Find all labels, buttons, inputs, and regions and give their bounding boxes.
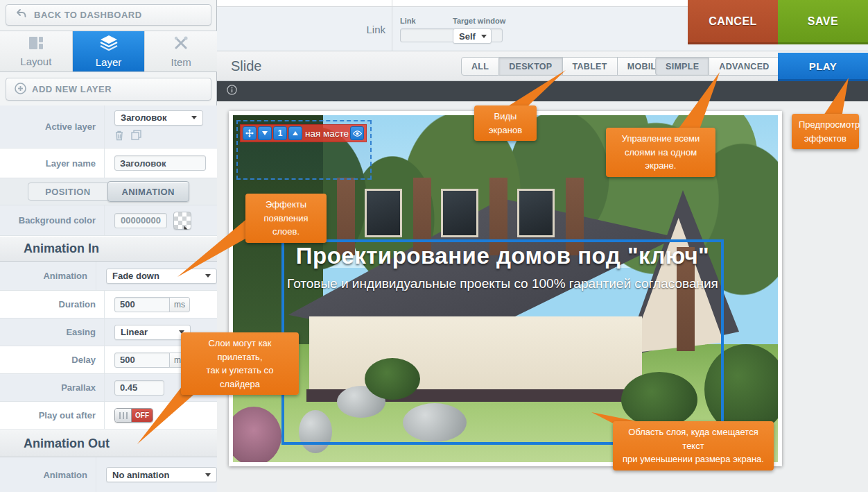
duration-label: Duration — [0, 299, 104, 309]
animation-in-header: Animation In — [0, 236, 217, 262]
layer-name-label: Layer name — [0, 158, 104, 169]
mode-advanced-button[interactable]: ADVANCED — [709, 57, 779, 76]
layer-toolbar: 1 ная мастерска — [240, 124, 367, 142]
active-layer-select[interactable]: Заголовок — [114, 110, 203, 126]
layer-order-badge: 1 — [273, 126, 287, 140]
background-color-label: Background color — [0, 215, 104, 226]
slide-section-title: Slide — [231, 51, 261, 81]
animation-out-row: Animation No animation — [0, 457, 217, 492]
move-layer-handle[interactable] — [243, 126, 257, 140]
tab-layer-label: Layer — [96, 56, 122, 68]
active-layer-value: Заголовок — [121, 112, 167, 123]
background-color-input[interactable] — [114, 213, 167, 228]
device-desktop-button[interactable]: DESKTOP — [499, 57, 562, 76]
delay-label: Delay — [0, 355, 104, 365]
active-layer-label: Active layer — [0, 121, 104, 132]
settings-sidebar: BACK TO DASHBOARD Layout Layer Item — [0, 0, 217, 492]
add-new-layer-label: ADD NEW LAYER — [32, 84, 112, 94]
add-new-layer-button[interactable]: ADD NEW LAYER — [6, 78, 211, 101]
info-icon[interactable] — [227, 85, 237, 98]
tools-icon — [173, 35, 189, 53]
layer-title-text: ная мастерска — [305, 128, 349, 139]
back-to-dashboard-button[interactable]: BACK TO DASHBOARD — [6, 4, 211, 26]
play-out-after-toggle[interactable]: OFF — [114, 408, 153, 423]
mode-switcher: SIMPLE ADVANCED — [655, 57, 780, 76]
color-picker-swatch[interactable] — [173, 212, 191, 230]
tooltip-layer-area: Область слоя, куда смещается текст при у… — [613, 421, 774, 470]
duration-input[interactable] — [114, 297, 170, 312]
tooltip-screen-types: Виды экранов — [474, 105, 537, 141]
swatch-corner-icon — [184, 222, 188, 229]
layer-name-input[interactable] — [114, 155, 206, 171]
easing-label: Easing — [0, 327, 104, 337]
canvas-toolbar — [217, 81, 868, 101]
tooltip-fly-in-out: Слои могут как прилетать, так и улетать … — [181, 332, 299, 395]
toggle-handle — [115, 409, 132, 422]
back-arrow-icon — [16, 9, 27, 21]
main-content: Link Link Target window Self CANCEL SAVE… — [217, 0, 868, 492]
target-window-value: Self — [459, 31, 476, 42]
layout-icon — [28, 36, 44, 52]
back-to-dashboard-label: BACK TO DASHBOARD — [34, 10, 142, 20]
animation-out-value: No animation — [112, 470, 169, 480]
layer-name-row: Layer name — [0, 149, 217, 178]
tooltip-entrance-effects: Эффекты появления слоев. — [245, 194, 327, 243]
animation-out-header: Animation Out — [0, 430, 217, 457]
plus-circle-icon — [15, 83, 26, 96]
target-window-label: Target window — [453, 17, 505, 25]
tab-item-label: Item — [171, 56, 191, 68]
duration-unit: ms — [169, 297, 190, 312]
background-color-row: Background color — [0, 205, 217, 236]
active-layer-row: Active layer Заголовок — [0, 105, 217, 149]
mode-simple-button[interactable]: SIMPLE — [655, 57, 709, 76]
cancel-button[interactable]: CANCEL — [688, 0, 778, 44]
animation-tab-button[interactable]: ANIMATION — [107, 181, 189, 202]
play-out-after-row: Play out after OFF — [0, 402, 217, 430]
delay-input[interactable] — [114, 353, 170, 368]
move-layer-up-button[interactable] — [288, 126, 302, 140]
animation-in-value: Fade down — [112, 271, 159, 281]
parallax-label: Parallax — [0, 382, 104, 393]
position-tab-button[interactable]: POSITION — [28, 183, 107, 201]
play-out-after-label: Play out after — [0, 410, 104, 421]
slide-toolbar: Slide ALL DESKTOP TABLET MOBILE SIMPLE A… — [217, 51, 868, 81]
animation-in-row: Animation Fade down — [0, 262, 217, 291]
animation-out-label: Animation — [0, 470, 96, 480]
selected-layer-box[interactable]: 1 ная мастерска — [236, 120, 372, 180]
sidebar-tabs: Layout Layer Item — [0, 31, 217, 72]
tab-item[interactable]: Item — [145, 31, 217, 71]
tab-layout-label: Layout — [20, 56, 51, 67]
position-animation-row: POSITION ANIMATION — [0, 178, 217, 205]
play-button[interactable]: PLAY — [778, 53, 868, 81]
duration-row: Duration ms — [0, 291, 217, 319]
chevron-down-icon — [191, 116, 197, 119]
device-all-button[interactable]: ALL — [461, 57, 499, 76]
save-button[interactable]: SAVE — [778, 0, 868, 44]
duplicate-layer-icon[interactable] — [131, 130, 141, 144]
target-window-select[interactable]: Self — [453, 28, 492, 44]
tab-layout[interactable]: Layout — [0, 31, 73, 71]
toggle-layer-visibility-eye-icon[interactable] — [350, 126, 364, 140]
parallax-input[interactable] — [114, 380, 164, 396]
tab-layer[interactable]: Layer — [73, 31, 146, 71]
delete-layer-icon[interactable] — [114, 130, 124, 144]
toggle-state-label: OFF — [132, 409, 153, 422]
layer-area-outline — [281, 239, 724, 445]
animation-in-label: Animation — [0, 271, 96, 281]
animation-out-select[interactable]: No animation — [106, 467, 217, 482]
tooltip-preview-effects: Предпросмотр эффектов — [792, 114, 859, 149]
slider-editor: BACK TO DASHBOARD Layout Layer Item — [0, 0, 868, 492]
device-view-switcher: ALL DESKTOP TABLET MOBILE — [461, 57, 672, 76]
tooltip-manage-layers: Управление всеми слоями на одном экране. — [606, 128, 715, 177]
chevron-down-icon — [481, 35, 487, 38]
easing-select[interactable]: Linear — [114, 325, 191, 340]
easing-value: Linear — [121, 327, 148, 337]
chevron-down-icon — [205, 274, 211, 278]
move-layer-down-button[interactable] — [258, 126, 272, 140]
chevron-down-icon — [205, 473, 211, 477]
device-tablet-button[interactable]: TABLET — [563, 57, 618, 76]
layers-icon — [100, 35, 118, 53]
animation-in-select[interactable]: Fade down — [106, 269, 217, 284]
link-section-label: Link — [314, 7, 385, 51]
